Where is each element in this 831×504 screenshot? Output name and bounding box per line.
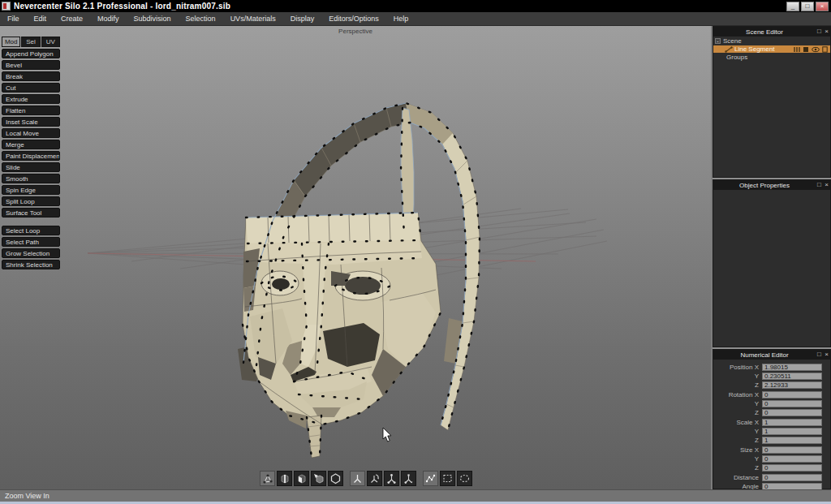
multi-mode-icon[interactable] [328, 471, 343, 486]
scene-tree-groups[interactable]: Groups [713, 54, 830, 61]
rect-select-icon[interactable] [440, 471, 455, 486]
menu-edit[interactable]: Edit [27, 12, 54, 25]
menu-uvs-materials[interactable]: UVs/Materials [223, 12, 283, 25]
scene-tree-line-segment[interactable]: Line Segment [713, 45, 830, 53]
lasso-select-icon[interactable] [457, 471, 472, 486]
panel-close-icon[interactable]: × [823, 27, 830, 37]
tab-mod[interactable]: Mod [2, 37, 20, 47]
position-x-field[interactable] [762, 364, 822, 371]
rotation-z-field[interactable] [762, 409, 822, 416]
perspective-viewport[interactable]: Perspective [0, 26, 711, 489]
panel-restore-icon[interactable]: □ [816, 27, 823, 37]
window-title: Nevercenter Silo 2.1 Professional - lord… [14, 2, 230, 11]
tool-panel: Mod Sel UV Append Polygon Bevel Break Cu… [2, 37, 60, 271]
distance-field[interactable] [762, 474, 822, 481]
display-bars-icon[interactable] [794, 46, 800, 53]
position-z-label: Z [713, 381, 762, 389]
numerical-editor-title: Numerical Editor [713, 351, 816, 359]
rotate-tool-icon[interactable] [367, 471, 382, 486]
tool-flatten[interactable]: Flatten [2, 106, 60, 115]
left-eye-hole [272, 278, 290, 290]
tool-select-loop[interactable]: Select Loop [2, 226, 60, 235]
tool-grow-selection[interactable]: Grow Selection [2, 248, 60, 258]
menu-file[interactable]: File [0, 12, 27, 25]
distance-label: Distance [713, 474, 762, 481]
tab-uv[interactable]: UV [41, 37, 60, 47]
tool-extrude[interactable]: Extrude [2, 94, 60, 104]
tool-inset-scale[interactable]: Inset Scale [2, 117, 60, 127]
visibility-eye-icon[interactable] [812, 46, 820, 53]
panel-close-icon[interactable]: × [823, 350, 830, 360]
size-z-field[interactable] [762, 464, 822, 472]
tool-select-path[interactable]: Select Path [2, 237, 60, 247]
status-bar: Zoom View In [0, 489, 831, 504]
panel-close-icon[interactable]: × [823, 180, 830, 190]
title-bar: Nevercenter Silo 2.1 Professional - lord… [0, 0, 831, 12]
tool-break[interactable]: Break [2, 71, 60, 81]
size-y-field[interactable] [762, 455, 822, 463]
menu-modify[interactable]: Modify [90, 12, 127, 25]
mouse-cursor [383, 428, 391, 442]
size-z-label: Z [713, 464, 762, 472]
menu-help[interactable]: Help [386, 12, 416, 25]
object-properties-title: Object Properties [713, 182, 816, 189]
right-eye-hole [345, 277, 381, 295]
scene-editor-panel: Scene Editor □ × - Scene Line Segment G [713, 26, 831, 178]
tool-merge[interactable]: Merge [2, 140, 60, 149]
menu-subdivision[interactable]: Subdivision [127, 12, 179, 25]
tool-split-loop[interactable]: Split Loop [2, 196, 60, 206]
tool-shrink-selection[interactable]: Shrink Selection [2, 260, 60, 269]
menu-selection[interactable]: Selection [179, 12, 223, 25]
position-z-field[interactable] [762, 381, 822, 389]
panel-restore-icon[interactable]: □ [816, 180, 823, 190]
scale-y-label: Y [713, 428, 762, 435]
rotation-x-field[interactable] [762, 391, 822, 398]
selection-mode-group [260, 471, 343, 486]
scale-y-field[interactable] [762, 428, 822, 435]
universal-tool-icon[interactable] [401, 471, 416, 486]
rotation-y-field[interactable] [762, 400, 822, 407]
tool-bevel[interactable]: Bevel [2, 60, 60, 70]
menu-create[interactable]: Create [54, 12, 90, 25]
vertex-mode-icon[interactable] [260, 471, 275, 486]
position-y-label: Y [713, 373, 762, 380]
material-square-icon[interactable] [803, 46, 809, 53]
tool-slide[interactable]: Slide [2, 162, 60, 172]
move-tool-icon[interactable] [350, 471, 365, 486]
edge-mode-icon[interactable] [277, 471, 292, 486]
tool-local-move[interactable]: Local Move [2, 128, 60, 138]
tool-smooth[interactable]: Smooth [2, 174, 60, 183]
scale-tool-icon[interactable] [384, 471, 399, 486]
face-mode-icon[interactable] [294, 471, 309, 486]
minimize-button[interactable]: _ [786, 2, 799, 11]
menu-bar: File Edit Create Modify Subdivision Sele… [0, 12, 831, 26]
restore-button[interactable]: □ [801, 2, 814, 11]
right-panel-column: Scene Editor □ × - Scene Line Segment G [713, 26, 831, 489]
expander-icon[interactable]: - [715, 38, 721, 44]
properties-page-icon[interactable] [822, 46, 828, 53]
menu-editors-options[interactable]: Editors/Options [321, 12, 386, 25]
rotation-z-label: Z [713, 409, 762, 416]
tool-spin-edge[interactable]: Spin Edge [2, 185, 60, 195]
scale-z-field[interactable] [762, 437, 822, 444]
object-mode-icon[interactable] [311, 471, 326, 486]
tool-cut[interactable]: Cut [2, 83, 60, 93]
position-y-field[interactable] [762, 373, 822, 380]
silo-application-window: Nevercenter Silo 2.1 Professional - lord… [0, 0, 831, 504]
scene-tree-root[interactable]: - Scene [713, 37, 830, 45]
tool-surface-tool[interactable]: Surface Tool [2, 208, 60, 218]
tab-sel[interactable]: Sel [21, 37, 40, 47]
tool-append-polygon[interactable]: Append Polygon [2, 49, 60, 58]
close-button[interactable]: × [816, 2, 829, 11]
size-x-label: Size X [713, 446, 762, 454]
scale-x-field[interactable] [762, 419, 822, 426]
size-y-label: Y [713, 455, 762, 463]
numerical-editor-panel: Numerical Editor □ × Position X Y Z Rota… [713, 349, 831, 489]
scale-x-label: Scale X [713, 419, 762, 426]
panel-restore-icon[interactable]: □ [816, 350, 823, 360]
size-x-field[interactable] [762, 446, 822, 454]
position-x-label: Position X [713, 364, 762, 371]
menu-display[interactable]: Display [283, 12, 322, 25]
paint-select-icon[interactable] [423, 471, 438, 486]
tool-paint-displacement[interactable]: Paint Displacement [2, 151, 60, 161]
